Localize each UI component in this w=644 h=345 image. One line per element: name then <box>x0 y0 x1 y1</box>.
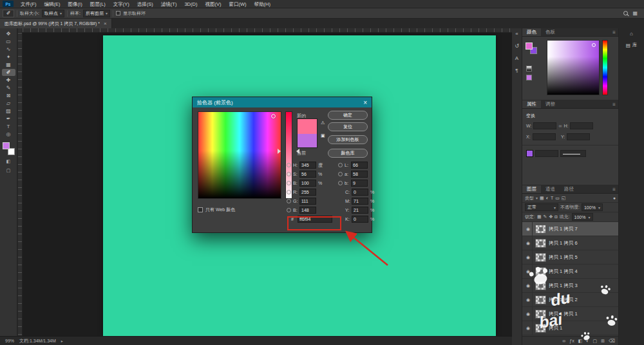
marquee-tool[interactable]: ▭ <box>2 38 15 45</box>
value-field[interactable]: 9 <box>351 180 368 187</box>
lock-transparency-icon[interactable]: ▦ <box>537 214 542 219</box>
home-icon[interactable]: ⌂ <box>630 31 633 37</box>
close-icon[interactable]: × <box>104 21 107 26</box>
menu-item[interactable]: 选择(S) <box>133 0 157 8</box>
color-mode-radio[interactable] <box>287 190 291 194</box>
chevron-down-icon[interactable]: ▾ <box>536 196 538 200</box>
panel-menu-icon[interactable]: ≡ <box>612 100 618 108</box>
menu-item[interactable]: 滤镜(T) <box>157 0 181 8</box>
layer-thumbnail[interactable] <box>535 324 546 333</box>
visibility-eye-icon[interactable]: ◉ <box>524 279 533 292</box>
visibility-eye-icon[interactable]: ◉ <box>524 307 533 321</box>
menu-item[interactable]: 帮助(H) <box>251 0 274 8</box>
panel-menu-icon[interactable]: ≡ <box>612 185 618 193</box>
crop-tool[interactable]: ▦ <box>2 61 15 68</box>
value-field[interactable]: 255 <box>299 189 316 196</box>
value-field[interactable]: 148 <box>299 207 316 214</box>
blend-mode-dropdown[interactable]: 正常 ▾ <box>525 203 558 211</box>
visibility-eye-icon[interactable]: ◉ <box>524 222 533 236</box>
height-field[interactable] <box>570 122 593 129</box>
color-mode-radio[interactable] <box>287 199 291 203</box>
value-field[interactable]: 345 <box>299 162 316 169</box>
eyedropper-tool[interactable]: ✐ <box>2 69 15 76</box>
menu-item[interactable]: 视图(V) <box>201 0 225 8</box>
delete-layer-icon[interactable]: ⌫ <box>609 339 615 344</box>
layer-thumbnail[interactable] <box>535 267 546 276</box>
zoom-tool[interactable]: ◎ <box>2 131 15 138</box>
panel-tab[interactable]: 通道 <box>541 185 560 193</box>
new-layer-icon[interactable]: ⊞ <box>601 339 605 344</box>
layer-thumbnail[interactable] <box>535 281 546 290</box>
screen-mode-icon[interactable]: ▢ <box>2 167 15 174</box>
swatch-icon[interactable] <box>526 75 532 80</box>
x-field[interactable] <box>533 133 556 140</box>
layer-row[interactable]: ◉ 拷贝 1 拷贝 1 <box>522 307 618 321</box>
clone-stamp-tool[interactable]: ⊠ <box>2 92 15 99</box>
width-field[interactable] <box>533 122 556 129</box>
link-layers-icon[interactable]: ∞ <box>562 339 565 343</box>
stroke-style-dropdown[interactable] <box>560 150 586 157</box>
web-only-checkbox[interactable] <box>198 207 203 212</box>
menu-item[interactable]: 3D(D) <box>180 0 201 8</box>
value-field[interactable]: 21 <box>352 207 368 214</box>
new-group-icon[interactable]: ▢ <box>593 339 598 344</box>
panel-tab[interactable]: 路径 <box>560 185 578 193</box>
dialog-title-bar[interactable]: 拾色器 (前景色) × <box>193 97 372 107</box>
slider-arrow-left-icon[interactable] <box>278 149 283 154</box>
workspace-icon[interactable]: ▦ <box>632 10 638 16</box>
value-field[interactable]: 71 <box>352 198 368 205</box>
close-icon[interactable]: × <box>363 99 367 106</box>
color-mode-radio[interactable] <box>287 172 291 176</box>
current-color-swatch[interactable] <box>298 134 317 147</box>
panel-tab[interactable]: 颜色 <box>522 28 541 36</box>
adjustment-layer-icon[interactable]: ◐ <box>586 339 589 343</box>
value-field[interactable]: 66 <box>351 162 368 169</box>
history-panel-icon[interactable]: ↺ <box>515 43 519 49</box>
fill-field[interactable]: 100% ▾ <box>572 213 593 221</box>
stroke-color-swatch[interactable] <box>526 150 533 157</box>
value-field[interactable]: 100 <box>299 180 316 187</box>
adjustment-filter-icon[interactable]: ◐ <box>546 196 549 201</box>
eraser-tool[interactable]: ▱ <box>2 100 15 107</box>
color-field[interactable] <box>198 111 281 199</box>
stroke-width-field[interactable] <box>535 150 558 157</box>
move-tool[interactable]: ✥ <box>2 30 15 37</box>
visibility-eye-icon[interactable]: ◉ <box>524 293 533 306</box>
brush-tool[interactable]: ✎ <box>2 84 15 91</box>
menu-item[interactable]: 文字(Y) <box>109 0 133 8</box>
panel-menu-icon[interactable]: ≡ <box>612 28 618 36</box>
layer-thumbnail[interactable] <box>535 295 546 304</box>
color-mode-radio[interactable] <box>287 163 291 167</box>
layer-thumbnail[interactable] <box>535 310 546 319</box>
pixel-filter-icon[interactable]: ▦ <box>540 196 544 201</box>
value-field[interactable]: 0 <box>352 216 368 223</box>
link-dimensions-icon[interactable]: ∞ <box>558 124 562 128</box>
color-mode-radio[interactable] <box>338 163 343 167</box>
value-field[interactable]: 58 <box>351 171 368 178</box>
type-filter-icon[interactable]: T <box>551 196 553 201</box>
character-panel-icon[interactable]: A <box>515 55 518 61</box>
active-tool-icon[interactable]: ✐ <box>3 10 14 17</box>
visibility-eye-icon[interactable]: ◉ <box>524 236 533 250</box>
color-mode-radio[interactable] <box>287 208 291 212</box>
color-mode-radio[interactable] <box>338 172 343 176</box>
layer-thumbnail[interactable] <box>535 225 546 234</box>
value-field[interactable]: 0 <box>352 189 368 196</box>
menu-item[interactable]: 图层(L) <box>86 0 109 8</box>
sample-size-dropdown[interactable]: 取样点 ▾ <box>42 10 64 17</box>
panel-tab[interactable]: 调整 <box>541 100 560 108</box>
collapse-panels-icon[interactable]: « <box>515 31 518 37</box>
layer-row[interactable]: ◉ 拷贝 1 拷贝 3 <box>522 279 618 293</box>
layer-style-icon[interactable]: ƒx <box>569 339 574 343</box>
zoom-level[interactable]: 99% <box>5 339 14 343</box>
filter-toggle-icon[interactable]: ● <box>613 196 616 200</box>
visibility-eye-icon[interactable]: ◉ <box>524 321 533 335</box>
reset-button[interactable]: 复位 <box>328 122 368 131</box>
color-libraries-button[interactable]: 颜色库 <box>328 149 368 158</box>
sample-dropdown[interactable]: 所有图层 ▾ <box>83 10 110 17</box>
magic-wand-tool[interactable]: ✦ <box>2 53 15 61</box>
menu-item[interactable]: 编辑(E) <box>41 0 64 8</box>
value-field[interactable]: 56 <box>299 171 316 178</box>
panel-tab[interactable]: 属性 <box>522 100 541 108</box>
menu-item[interactable]: 窗口(W) <box>225 0 250 8</box>
